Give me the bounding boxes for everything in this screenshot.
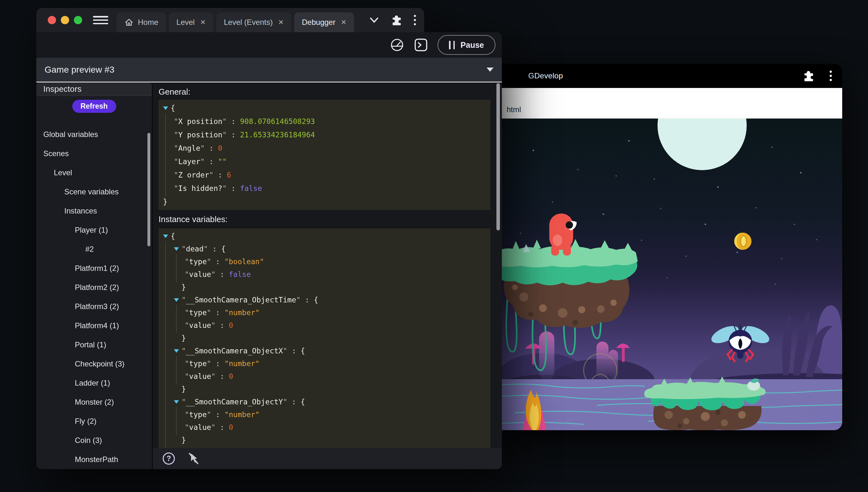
sidebar-item-checkpoint-3-[interactable]: Checkpoint (3) [36,354,152,373]
sidebar-item-scenes[interactable]: Scenes [36,144,152,163]
json-row: "Is hidden?" : false [159,182,490,195]
sidebar-item-fly-2-[interactable]: Fly (2) [36,412,152,431]
game-window-title: GDevelop [528,71,563,80]
json-row: } [159,195,490,208]
sidebar-item-level[interactable]: Level [36,163,152,182]
json-row[interactable]: "dead" : { [159,243,490,255]
sidebar-item-platform4-1-[interactable]: Platform4 (1) [36,316,152,335]
json-row: "Angle" : 0 [159,142,490,155]
dropdown-caret-icon[interactable] [486,68,494,72]
json-row[interactable]: "__SmoothCamera_ObjectTime" : { [159,294,490,306]
tab-level[interactable]: Level✕ [169,13,213,32]
close-tab-icon[interactable]: ✕ [278,19,284,26]
game-window-titlebar: GDevelop [495,64,842,88]
collapse-arrow-icon[interactable] [174,400,179,404]
instance-variables-label: Instance variables: [159,214,502,225]
tab-home[interactable]: Home [116,13,166,32]
collapse-arrow-icon[interactable] [163,235,168,238]
sidebar-scrollbar[interactable] [148,133,150,246]
json-row: } [159,281,490,294]
debugger-statusbar: ? [153,448,502,469]
console-icon[interactable] [414,38,428,52]
inspector-panel: General: {"X position" : 908.07061465082… [153,82,502,469]
svg-text:?: ? [166,454,171,463]
json-row: "type" : "number" [159,357,490,370]
general-section-label: General: [159,87,502,97]
collapse-arrow-icon[interactable] [174,298,179,302]
collapse-arrow-icon[interactable] [163,106,168,110]
general-json-viewer[interactable]: {"X position" : 908.0706146508293"Y posi… [159,100,490,210]
sidebar-item-platform2-2-[interactable]: Platform2 (2) [36,278,152,297]
kebab-menu-icon[interactable] [413,14,417,26]
home-icon [124,18,134,27]
sidebar-item--2[interactable]: #2 [36,240,152,259]
sidebar-item-global-variables[interactable]: Global variables [36,125,152,144]
json-row: } [159,383,490,395]
tab-label: Debugger [302,18,335,27]
json-row: "type" : "number" [159,306,490,319]
sidebar-item-platform1-2-[interactable]: Platform1 (2) [36,259,152,278]
help-icon[interactable]: ? [162,451,176,466]
pause-label: Pause [461,41,484,50]
json-row: "Z order" : 6 [159,168,490,182]
tab-label: Level [176,18,194,27]
hamburger-menu-icon[interactable] [93,15,108,25]
json-row: } [159,434,490,446]
debugger-window: HomeLevel✕Level (Events)✕Debugger✕ [36,8,502,469]
json-row[interactable]: { [159,230,490,243]
sidebar-item-coin-3-[interactable]: Coin (3) [36,431,152,450]
address-bar[interactable]: html [495,88,842,119]
profiler-speedometer-icon[interactable] [390,38,404,52]
sidebar-item-portal-1-[interactable]: Portal (1) [36,335,152,354]
json-row[interactable]: "__SmoothCamera_ObjectX" : { [159,344,490,357]
game-scene [495,119,842,430]
json-row: "X position" : 908.0706146508293 [159,115,490,128]
game-preview-window: GDevelop html [495,64,842,430]
json-row: "value" : 0 [159,319,490,332]
collapse-arrow-icon[interactable] [174,247,179,251]
sidebar-item-platform3-2-[interactable]: Platform3 (2) [36,297,152,316]
game-canvas[interactable] [495,119,842,430]
preview-selector[interactable]: Game preview #3 [36,58,502,82]
json-row: "Layer" : "" [159,155,490,168]
json-row[interactable]: "__SmoothCamera_ObjectY" : { [159,395,490,408]
json-row: "value" : 0 [159,370,490,383]
pause-button[interactable]: Pause [438,35,496,55]
sidebar-item-ladder-1-[interactable]: Ladder (1) [36,373,152,393]
refresh-button[interactable]: Refresh [72,100,116,113]
inspectors-header: Inspectors [36,82,152,96]
sidebar-item-monsterpath[interactable]: MonsterPath [36,450,152,469]
extension-puzzle-icon[interactable] [803,70,814,81]
json-row: "type" : "boolean" [159,255,490,268]
preview-title: Game preview #3 [45,65,114,75]
json-row: } [159,332,490,344]
json-row: "Y position" : 21.65334236184964 [159,128,490,142]
chevron-down-icon[interactable] [369,16,379,24]
coin [734,232,752,250]
json-row[interactable]: { [159,101,490,115]
close-tab-icon[interactable]: ✕ [341,19,346,26]
sidebar-item-scene-variables[interactable]: Scene variables [36,182,152,201]
maximize-button[interactable] [74,16,82,24]
tab-debugger[interactable]: Debugger✕ [294,13,354,32]
window-controls [48,16,82,24]
panel-scrollbar[interactable] [496,83,500,230]
tab-bar: HomeLevel✕Level (Events)✕Debugger✕ [116,13,354,32]
tab-label: Level (Events) [224,18,272,27]
sidebar-item-player-1-[interactable]: Player (1) [36,221,152,240]
extension-puzzle-icon[interactable] [391,15,402,25]
kebab-menu-icon[interactable] [829,70,833,82]
sidebar-item-instances[interactable]: Instances [36,201,152,221]
instance-variables-json-viewer[interactable]: {"dead" : {"type" : "boolean""value" : f… [159,228,490,451]
minimize-button[interactable] [61,16,69,24]
collapse-arrow-icon[interactable] [174,349,179,353]
inspector-tree: Global variablesScenesLevelScene variabl… [36,125,152,469]
tab-strip: HomeLevel✕Level (Events)✕Debugger✕ [36,8,424,32]
close-tab-icon[interactable]: ✕ [200,19,206,26]
tab-level-events-[interactable]: Level (Events)✕ [216,13,291,32]
json-row: "value" : false [159,268,490,281]
inspectors-sidebar: Inspectors Refresh Global variablesScene… [36,82,153,469]
sidebar-item-monster-2-[interactable]: Monster (2) [36,393,152,412]
pick-element-disabled-icon[interactable] [187,451,201,466]
close-button[interactable] [48,16,56,24]
